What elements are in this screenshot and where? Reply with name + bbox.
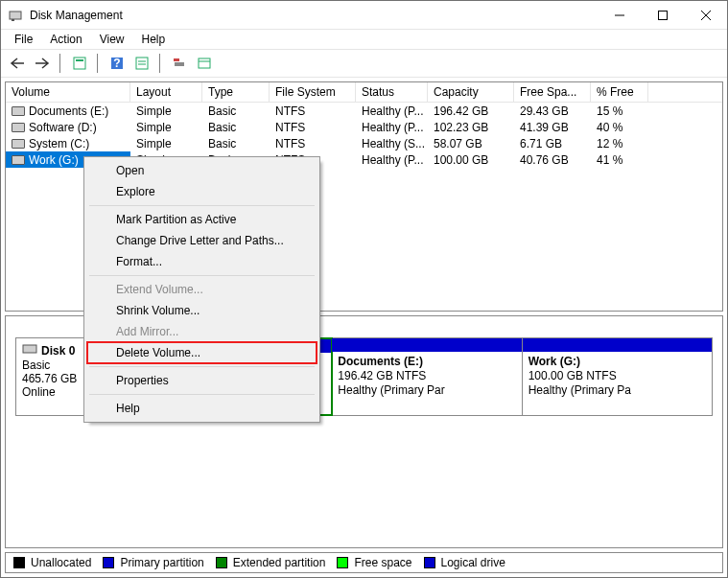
legend-label: Unallocated — [31, 556, 91, 569]
context-menu-item[interactable]: Explore — [87, 181, 317, 202]
svg-rect-3 — [658, 11, 667, 19]
volume-layout: Simple — [130, 103, 202, 119]
drive-icon — [12, 155, 25, 165]
context-menu-item[interactable]: Delete Volume... — [87, 342, 317, 363]
volume-capacity: 58.07 GB — [428, 135, 514, 151]
col-filesystem[interactable]: File System — [270, 82, 356, 102]
volume-pct: 41 % — [591, 151, 648, 168]
legend-swatch — [103, 557, 114, 568]
drive-icon — [12, 106, 25, 116]
col-pctfree[interactable]: % Free — [591, 82, 648, 102]
titlebar: Disk Management — [1, 1, 727, 30]
col-capacity[interactable]: Capacity — [428, 82, 514, 102]
volume-name: Work (G:) — [29, 153, 79, 167]
context-menu-item[interactable]: Open — [87, 160, 317, 181]
volume-row[interactable]: System (C:)SimpleBasicNTFSHealthy (S...5… — [6, 135, 722, 151]
legend-swatch — [337, 557, 348, 568]
disk-type: Basic — [22, 358, 91, 372]
volume-type: Basic — [202, 135, 270, 151]
forward-button[interactable] — [32, 53, 53, 74]
context-menu-item[interactable]: Shrink Volume... — [87, 300, 317, 321]
svg-rect-0 — [10, 12, 21, 19]
volume-status: Healthy (S... — [356, 135, 428, 151]
drive-icon — [12, 139, 25, 149]
volume-name: System (C:) — [29, 137, 89, 150]
col-volume[interactable]: Volume — [6, 82, 130, 102]
volume-type: Basic — [202, 119, 270, 135]
properties-icon[interactable] — [194, 53, 215, 74]
toolbar-separator — [159, 54, 160, 73]
volume-free: 29.43 GB — [514, 103, 591, 119]
menu-view[interactable]: View — [92, 31, 132, 48]
volume-free: 40.76 GB — [514, 151, 591, 168]
col-type[interactable]: Type — [202, 82, 270, 102]
volume-row[interactable]: Documents (E:)SimpleBasicNTFSHealthy (P.… — [6, 103, 722, 119]
partition[interactable]: Work (G:)100.00 GB NTFSHealthy (Primary … — [523, 338, 712, 415]
context-menu-item[interactable]: Properties — [87, 370, 317, 391]
context-menu-item[interactable]: Help — [87, 398, 317, 419]
legend-swatch — [13, 557, 25, 568]
menu-action[interactable]: Action — [42, 31, 89, 48]
volume-pct: 15 % — [591, 103, 648, 119]
toolbar: ? — [1, 49, 727, 78]
drive-icon — [12, 123, 25, 132]
disk-name: Disk 0 — [41, 344, 75, 358]
app-icon — [9, 8, 24, 23]
svg-rect-6 — [74, 58, 85, 69]
settings-icon[interactable] — [69, 53, 90, 74]
volume-capacity: 196.42 GB — [428, 103, 514, 119]
svg-rect-14 — [174, 58, 179, 61]
disk-management-window: Disk Management File Action View Help ? … — [0, 0, 728, 578]
svg-rect-1 — [12, 19, 14, 21]
disk-icon — [22, 342, 37, 358]
svg-rect-7 — [76, 59, 83, 61]
menu-help[interactable]: Help — [134, 31, 174, 48]
context-menu-separator — [89, 205, 315, 206]
context-menu-item[interactable]: Change Drive Letter and Paths... — [87, 230, 317, 251]
volume-fs: NTFS — [270, 103, 356, 119]
col-status[interactable]: Status — [356, 82, 428, 102]
volume-name: Software (D:) — [29, 121, 97, 134]
volume-status: Healthy (P... — [356, 151, 428, 168]
volume-layout: Simple — [130, 119, 202, 135]
volume-free: 6.71 GB — [514, 135, 591, 151]
context-menu-separator — [89, 275, 315, 276]
list-icon[interactable] — [131, 53, 153, 74]
refresh-icon[interactable] — [169, 53, 190, 74]
back-button[interactable] — [7, 53, 28, 74]
disk-size: 465.76 GB — [22, 372, 91, 385]
menubar: File Action View Help — [1, 30, 727, 49]
help-icon[interactable]: ? — [106, 53, 128, 74]
volume-pct: 12 % — [591, 135, 648, 151]
volume-status: Healthy (P... — [356, 103, 428, 119]
context-menu-item: Add Mirror... — [87, 321, 317, 342]
context-menu-item[interactable]: Format... — [87, 251, 317, 272]
partition-body: Work (G:)100.00 GB NTFSHealthy (Primary … — [523, 352, 712, 401]
legend-label: Primary partition — [120, 556, 203, 569]
context-menu-separator — [89, 394, 315, 395]
disk-status: Online — [22, 385, 91, 399]
volume-header-row: Volume Layout Type File System Status Ca… — [6, 82, 722, 103]
volume-type: Basic — [202, 103, 270, 119]
partition-body: Documents (E:)196.42 GB NTFSHealthy (Pri… — [332, 352, 521, 401]
col-layout[interactable]: Layout — [130, 82, 202, 102]
volume-row[interactable]: Software (D:)SimpleBasicNTFSHealthy (P..… — [6, 119, 722, 135]
col-freespace[interactable]: Free Spa... — [514, 82, 591, 102]
legend-swatch — [424, 557, 435, 568]
volume-status: Healthy (P... — [356, 119, 428, 135]
volume-free: 41.39 GB — [514, 119, 591, 135]
partition-header — [523, 338, 712, 352]
volume-capacity: 100.00 GB — [428, 151, 514, 168]
legend-swatch — [216, 557, 227, 568]
partition[interactable]: Documents (E:)196.42 GB NTFSHealthy (Pri… — [332, 338, 522, 415]
close-button[interactable] — [684, 1, 727, 29]
context-menu: OpenExploreMark Partition as ActiveChang… — [83, 156, 320, 423]
svg-rect-10 — [136, 58, 148, 69]
maximize-button[interactable] — [641, 1, 684, 29]
volume-layout: Simple — [130, 135, 202, 151]
minimize-button[interactable] — [598, 1, 641, 29]
menu-file[interactable]: File — [7, 31, 40, 48]
context-menu-item[interactable]: Mark Partition as Active — [87, 209, 317, 230]
legend-label: Extended partition — [233, 556, 326, 569]
legend-label: Free space — [354, 556, 411, 569]
